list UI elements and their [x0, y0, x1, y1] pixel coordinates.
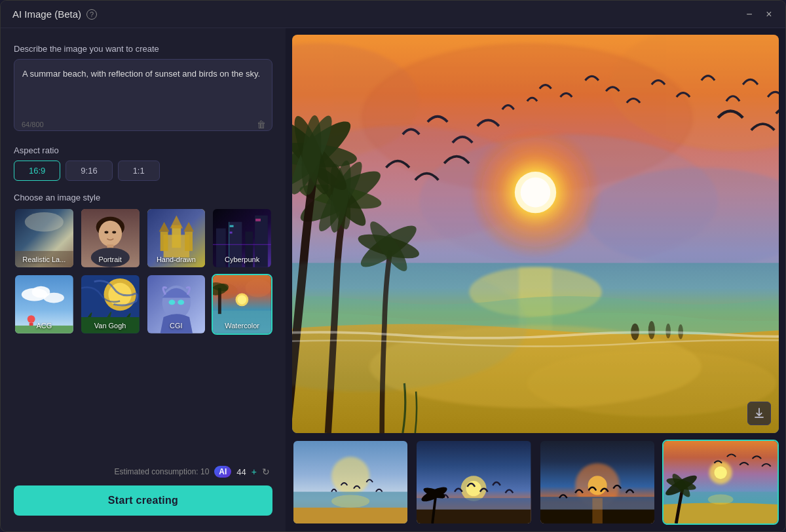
- style-section: Choose an image style: [14, 193, 272, 335]
- window-controls: − ×: [745, 10, 774, 19]
- consumption-row: Estimated consumption: 10 AI 44 + ↻: [14, 466, 272, 478]
- style-item-realistic[interactable]: Realistic La...: [14, 208, 75, 269]
- help-icon[interactable]: ?: [86, 9, 97, 20]
- aspect-ratio-section: Aspect ratio 16:9 9:16 1:1: [14, 145, 272, 181]
- svg-rect-15: [185, 232, 193, 252]
- svg-point-43: [168, 299, 175, 305]
- style-label: Choose an image style: [14, 193, 272, 202]
- svg-point-49: [246, 279, 271, 297]
- refresh-icon[interactable]: ↻: [262, 466, 270, 477]
- title-bar-left: AI Image (Beta) ?: [12, 9, 97, 20]
- aspect-ratio-1-1[interactable]: 1:1: [118, 161, 160, 181]
- svg-point-9: [104, 231, 108, 234]
- ai-badge: AI: [214, 466, 231, 478]
- style-label-handdrawn: Hand-drawn: [147, 254, 206, 265]
- svg-point-91: [331, 457, 369, 495]
- style-label-portrait: Portrait: [81, 254, 140, 265]
- svg-rect-29: [255, 219, 261, 221]
- style-grid: Realistic La...: [14, 208, 272, 335]
- left-panel: Describe the image you want to create A …: [1, 28, 286, 531]
- style-label-acg: ACG: [15, 320, 73, 331]
- style-item-acg[interactable]: ACG: [14, 274, 75, 335]
- svg-point-94: [331, 495, 369, 507]
- svg-point-97: [466, 481, 481, 496]
- svg-rect-16: [172, 225, 181, 248]
- svg-point-10: [112, 231, 116, 234]
- clear-prompt-button[interactable]: 🗑: [257, 119, 266, 130]
- download-button[interactable]: [747, 402, 771, 425]
- thumbnail-3[interactable]: [539, 440, 656, 525]
- style-item-cyberpunk[interactable]: Cyberpunk: [212, 208, 272, 269]
- aspect-ratio-buttons: 16:9 9:16 1:1: [14, 161, 272, 181]
- svg-point-116: [707, 494, 733, 504]
- style-label-cyberpunk: Cyberpunk: [213, 254, 271, 265]
- main-image-container: [292, 35, 779, 433]
- thumbnail-1[interactable]: [292, 440, 409, 525]
- thumbnails-row: [292, 440, 779, 525]
- style-label-vangogh: Van Gogh: [81, 320, 140, 331]
- style-label-realistic: Realistic La...: [15, 254, 73, 265]
- svg-rect-93: [293, 508, 407, 523]
- aspect-ratio-label: Aspect ratio: [14, 145, 272, 155]
- aspect-ratio-16-9[interactable]: 16:9: [14, 161, 60, 181]
- svg-point-33: [43, 292, 64, 303]
- style-item-watercolor[interactable]: Watercolor: [212, 274, 272, 335]
- style-label-watercolor: Watercolor: [213, 320, 271, 331]
- add-credits-icon[interactable]: +: [252, 466, 257, 477]
- svg-point-44: [178, 299, 184, 305]
- svg-point-6: [98, 221, 122, 246]
- ai-label: AI: [219, 467, 227, 476]
- main-content: Describe the image you want to create A …: [1, 28, 785, 531]
- style-item-cgi[interactable]: CGI: [146, 274, 207, 335]
- svg-rect-14: [160, 232, 168, 252]
- svg-point-47: [238, 295, 247, 304]
- svg-rect-27: [230, 225, 234, 227]
- aspect-ratio-9-16[interactable]: 9:16: [66, 161, 112, 181]
- svg-rect-108: [592, 498, 603, 523]
- style-item-vangogh[interactable]: Van Gogh: [80, 274, 141, 335]
- style-label-cgi: CGI: [147, 320, 206, 331]
- prompt-label: Describe the image you want to create: [14, 44, 272, 54]
- app-window: AI Image (Beta) ? − × Describe the image…: [0, 0, 786, 532]
- title-bar: AI Image (Beta) ? − ×: [1, 1, 785, 28]
- svg-point-105: [588, 476, 607, 495]
- svg-rect-28: [230, 232, 233, 234]
- bottom-bar: Estimated consumption: 10 AI 44 + ↻ Star…: [14, 461, 272, 516]
- close-button[interactable]: ×: [764, 10, 774, 19]
- consumption-label: Estimated consumption: 10: [115, 467, 210, 476]
- prompt-counter: 64/800: [22, 121, 44, 128]
- svg-point-111: [714, 466, 726, 479]
- minimize-button[interactable]: −: [745, 10, 754, 19]
- credits-count: 44: [236, 467, 246, 477]
- style-item-portrait[interactable]: Portrait: [80, 208, 141, 269]
- prompt-section: Describe the image you want to create A …: [14, 44, 272, 134]
- start-creating-button[interactable]: Start creating: [14, 485, 272, 516]
- prompt-input[interactable]: A summar beach, with reflection of sunse…: [14, 59, 272, 131]
- style-item-handdrawn[interactable]: Hand-drawn: [146, 208, 207, 269]
- right-panel: [286, 28, 785, 531]
- thumbnail-4[interactable]: [662, 440, 779, 525]
- svg-point-1: [25, 212, 64, 232]
- app-title: AI Image (Beta): [12, 9, 81, 20]
- thumbnail-2[interactable]: [415, 440, 532, 525]
